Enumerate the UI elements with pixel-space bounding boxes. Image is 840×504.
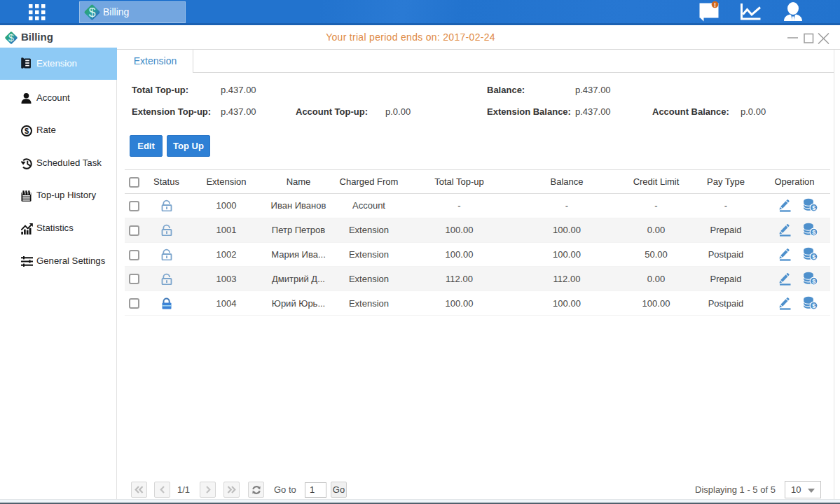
svg-text:$: $	[812, 253, 815, 260]
svg-text:$: $	[812, 204, 815, 211]
svg-text:$: $	[812, 229, 815, 236]
svg-text:!: !	[714, 1, 716, 8]
svg-text:$: $	[89, 6, 96, 20]
svg-text:$: $	[25, 127, 29, 135]
svg-text:$: $	[812, 302, 815, 309]
svg-text:$: $	[812, 278, 815, 285]
